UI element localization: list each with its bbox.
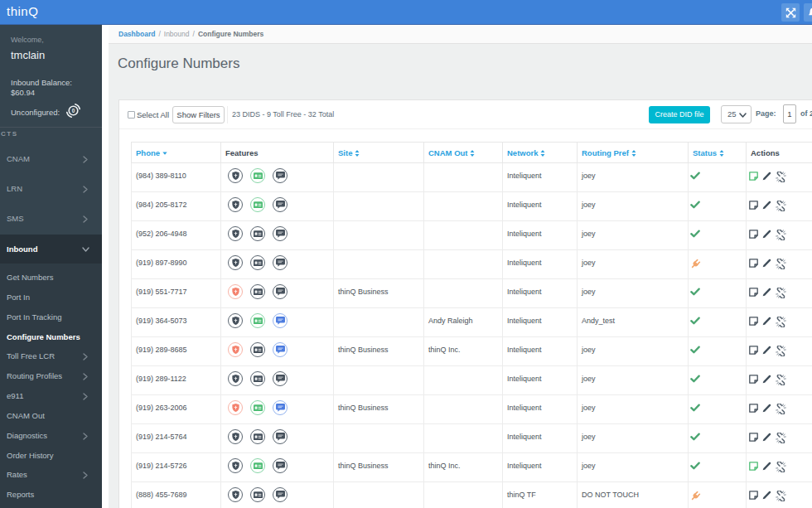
- svg-text:0: 0: [72, 108, 75, 114]
